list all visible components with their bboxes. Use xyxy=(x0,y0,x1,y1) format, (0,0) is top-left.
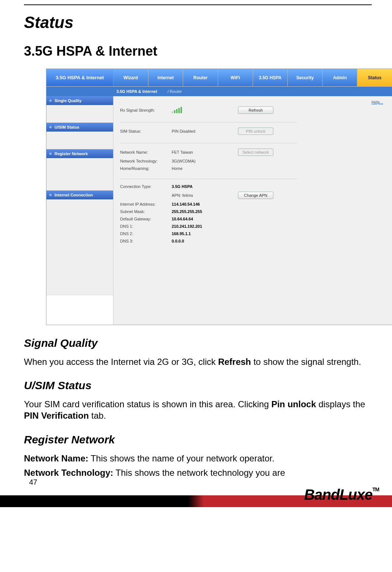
tab-internet[interactable]: Internet xyxy=(148,69,183,86)
internet-ip-value: 114.140.54.146 xyxy=(172,202,238,206)
home-roaming-label: Home/Roaming: xyxy=(120,166,172,171)
network-tech-label: Network Technology: xyxy=(120,159,172,163)
tab-router[interactable]: Router xyxy=(183,69,218,86)
rx-signal-label: Rx Signal Strength: xyxy=(120,108,172,112)
text: displays the xyxy=(316,399,365,409)
change-apn-button[interactable]: Change APN xyxy=(238,192,273,199)
sidebar-item-register-network[interactable]: Register Network xyxy=(46,149,113,158)
refresh-button[interactable]: Refresh xyxy=(238,107,273,114)
sidebar-item-internet-connection[interactable]: Internet Connection xyxy=(46,191,113,199)
internet-ip-label: Internet IP Address: xyxy=(120,202,172,206)
dns2-label: DNS 2: xyxy=(120,231,172,236)
tab-status[interactable]: Status xyxy=(357,69,392,86)
text: This shows the network technology you ar… xyxy=(113,468,285,478)
default-gateway-value: 10.64.64.64 xyxy=(172,217,238,221)
sidebar-gap xyxy=(46,105,113,123)
sidebar-gap xyxy=(46,199,113,295)
connection-type-value: 3.5G HSPA xyxy=(172,184,238,189)
tab-admin[interactable]: Admin xyxy=(322,69,357,86)
page-title: Status xyxy=(24,13,372,32)
internet-connection-block: Connection Type: 3.5G HSPA APN: fetims C… xyxy=(120,179,297,251)
text: Your SIM card verification status is sho… xyxy=(24,399,271,409)
subnet-mask-label: Subnet Mask: xyxy=(120,209,172,214)
sidebar-gap xyxy=(46,132,113,149)
register-network-tech-paragraph: Network Technology: This shows the netwo… xyxy=(24,467,372,478)
network-technology-bold: Network Technology: xyxy=(24,468,113,478)
brand-text: BandLuxe xyxy=(304,486,372,503)
usim-status-block: SIM Status: PIN Disabled PIN unlock xyxy=(120,122,297,143)
trademark-icon: TM xyxy=(372,486,379,492)
router-subtabs: 3.5G HSPA & Internet / Router xyxy=(46,87,392,96)
sidebar-gap xyxy=(46,158,113,191)
router-body: Single Quality U/SIM Status Register Net… xyxy=(46,96,392,325)
page-footer: 47 BandLuxeTM xyxy=(24,490,372,507)
tab-wizard[interactable]: Wizard xyxy=(113,69,148,86)
header-rule xyxy=(24,4,372,5)
network-name-bold: Network Name: xyxy=(24,453,88,463)
select-network-button[interactable]: Select network xyxy=(238,149,273,156)
tab-security[interactable]: Security xyxy=(287,69,322,86)
dns3-label: DNS 3: xyxy=(120,239,172,243)
subtab-hspa-internet[interactable]: 3.5G HSPA & Internet xyxy=(116,89,157,94)
pin-unlock-bold: Pin unlock xyxy=(271,399,316,409)
apn-value: APN: fetims xyxy=(172,193,238,198)
sim-status-label: SIM Status: xyxy=(120,129,172,133)
subtab-router[interactable]: / Router xyxy=(168,89,182,94)
signal-quality-paragraph: When you access the Internet via 2G or 3… xyxy=(24,356,372,367)
network-name-value: FET Taiwan xyxy=(172,150,238,154)
dns3-value: 0.0.0.0 xyxy=(172,239,238,243)
text: When you access the Internet via 2G or 3… xyxy=(24,357,218,367)
pin-unlock-button[interactable]: PIN unlock xyxy=(238,128,273,135)
sim-status-value: PIN Disabled xyxy=(172,129,238,133)
text: to show the signal strength. xyxy=(251,357,361,367)
dns1-label: DNS 1: xyxy=(120,224,172,229)
dns1-value: 210.241.192.201 xyxy=(172,224,238,229)
network-tech-value: 3G(WCDMA) xyxy=(172,159,238,163)
sidebar-item-usim-status[interactable]: U/SIM Status xyxy=(46,123,113,132)
section-heading: 3.5G HSPA & Internet xyxy=(24,43,372,59)
tab-hspa[interactable]: 3.5G HSPA xyxy=(253,69,288,86)
signal-bars-icon xyxy=(172,107,238,114)
text: This shows the name of your network oper… xyxy=(88,453,274,463)
home-roaming-value: Home xyxy=(172,166,238,171)
router-admin-screenshot: 3.5G HSPA & Internet Wizard Internet Rou… xyxy=(46,69,392,325)
subnet-mask-value: 255.255.255.255 xyxy=(172,209,238,214)
sidebar-item-single-quality[interactable]: Single Quality xyxy=(46,96,113,105)
signal-quality-heading: Signal Quality xyxy=(24,337,372,349)
default-gateway-label: Default Gateway: xyxy=(120,217,172,221)
router-left-panel: Single Quality U/SIM Status Register Net… xyxy=(46,96,113,325)
page-number: 47 xyxy=(29,478,37,486)
tab-wifi[interactable]: WiFi xyxy=(218,69,253,86)
signal-quality-block: Rx Signal Strength: Refresh xyxy=(120,101,297,122)
refresh-bold: Refresh xyxy=(218,357,251,367)
connection-type-label: Connection Type: xyxy=(120,184,172,189)
router-tabs: Wizard Internet Router WiFi 3.5G HSPA Se… xyxy=(113,69,392,86)
router-side-title: 3.5G HSPA & Internet xyxy=(46,69,113,86)
usim-status-paragraph: Your SIM card verification status is sho… xyxy=(24,398,372,421)
help-link[interactable]: Help... xyxy=(371,100,383,104)
register-network-name-paragraph: Network Name: This shows the name of you… xyxy=(24,453,372,464)
dns2-value: 168.95.1.1 xyxy=(172,231,238,236)
router-top-bar: 3.5G HSPA & Internet Wizard Internet Rou… xyxy=(46,69,392,87)
network-name-label: Network Name: xyxy=(120,150,172,154)
router-main-panel: Help... Rx Signal Strength: Refresh SIM … xyxy=(113,96,392,325)
register-network-block: Network Name: FET Taiwan Select network … xyxy=(120,143,297,179)
pin-verification-bold: PIN Verification xyxy=(24,411,89,421)
text: tab. xyxy=(89,411,106,421)
register-network-heading: Register Network xyxy=(24,433,372,446)
usim-status-heading: U/SIM Status xyxy=(24,379,372,392)
brand-logo: BandLuxeTM xyxy=(304,486,379,503)
